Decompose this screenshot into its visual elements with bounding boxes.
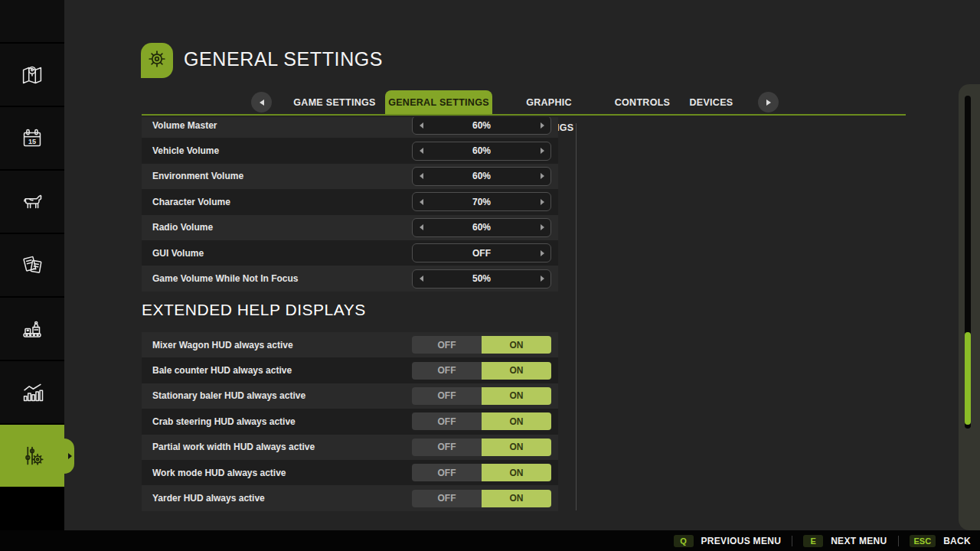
sidebar-item-calendar[interactable]: 15 [0, 107, 64, 171]
key-q-badge: Q [674, 535, 694, 547]
toggle-off-option[interactable]: OFF [412, 362, 482, 380]
toggle-off-option[interactable]: OFF [412, 387, 482, 405]
sidebar-item-settings[interactable] [0, 425, 64, 488]
vehicle-volume-stepper[interactable]: 60% [412, 142, 551, 161]
sidebar-item-statistics[interactable] [0, 361, 64, 425]
toggle-off-option[interactable]: OFF [412, 439, 482, 456]
tab-game-settings[interactable]: GAME SETTINGS [291, 90, 378, 116]
mixer-wagon-hud-toggle[interactable]: OFF ON [412, 336, 551, 354]
setting-label: Radio Volume [142, 222, 412, 233]
setting-label: GUI Volume [142, 248, 412, 259]
stationary-baler-hud-toggle[interactable]: OFF ON [412, 387, 551, 405]
setting-label: Volume Master [142, 120, 412, 131]
toggle-off-option[interactable]: OFF [412, 490, 482, 507]
toggle-off-option[interactable]: OFF [412, 412, 482, 430]
toggle-off-option[interactable]: OFF [412, 464, 482, 481]
setting-row-volume-master: Volume Master 60% [142, 117, 558, 138]
shortcut-label: BACK [943, 536, 971, 546]
stepper-left-arrow-icon[interactable] [413, 276, 430, 282]
setting-label: Work mode HUD always active [142, 468, 412, 478]
gui-volume-stepper[interactable]: OFF [412, 243, 551, 262]
map-icon [18, 60, 47, 90]
setting-label: Game Volume While Not In Focus [142, 273, 412, 284]
stepper-right-arrow-icon[interactable] [534, 148, 550, 154]
shortcut-previous-menu[interactable]: Q PREVIOUS MENU [674, 535, 782, 547]
svg-text:15: 15 [28, 138, 36, 145]
character-volume-stepper[interactable]: 70% [412, 192, 551, 211]
toggle-off-option[interactable]: OFF [412, 336, 482, 354]
tabs-prev-button[interactable] [251, 92, 272, 112]
work-mode-hud-toggle[interactable]: OFF ON [412, 464, 551, 481]
shortcut-next-menu[interactable]: E NEXT MENU [803, 535, 887, 547]
stepper-value: 50% [430, 273, 534, 284]
scrollbar-thumb[interactable] [965, 332, 971, 425]
bale-counter-hud-toggle[interactable]: OFF ON [412, 362, 551, 380]
setting-row-gui-volume: GUI Volume OFF [142, 240, 558, 266]
toggle-on-option[interactable]: ON [482, 362, 551, 380]
setting-row-radio-volume: Radio Volume 60% [142, 215, 558, 240]
animals-icon [18, 187, 47, 217]
tab-controls[interactable]: CONTROLS [613, 90, 671, 116]
setting-row-yarder-hud: Yarder HUD always active OFF ON [142, 485, 558, 510]
tabs-next-button[interactable] [758, 92, 779, 112]
gear-icon [145, 47, 168, 73]
partial-work-width-hud-toggle[interactable]: OFF ON [412, 439, 551, 456]
stepper-right-arrow-icon[interactable] [534, 122, 550, 129]
setting-row-character-volume: Character Volume 70% [142, 189, 558, 214]
tab-underline [142, 114, 906, 116]
chevron-right-icon [766, 99, 771, 106]
contracts-icon [18, 251, 47, 280]
tab-graphic-settings[interactable]: GRAPHIC SETTINGS [503, 90, 595, 116]
stepper-value: 60% [430, 145, 534, 156]
stepper-right-arrow-icon[interactable] [534, 276, 550, 282]
stepper-right-arrow-icon[interactable] [534, 250, 550, 256]
sidebar-item-animals[interactable] [0, 171, 64, 234]
sidebar-item-contracts[interactable] [0, 234, 64, 298]
sidebar: 15 [0, 0, 64, 551]
statistics-icon [18, 378, 47, 407]
separator [898, 536, 899, 546]
volume-master-stepper[interactable]: 60% [412, 117, 551, 135]
stepper-right-arrow-icon[interactable] [534, 224, 550, 230]
stepper-value: 60% [430, 120, 534, 131]
sidebar-item-production[interactable] [0, 298, 64, 361]
toggle-on-option[interactable]: ON [482, 387, 551, 405]
settings-icon [18, 442, 47, 471]
stepper-right-arrow-icon[interactable] [534, 173, 550, 179]
toggle-on-option[interactable]: ON [482, 412, 551, 430]
setting-label: Mixer Wagon HUD always active [142, 340, 412, 350]
stepper-left-arrow-icon[interactable] [413, 148, 430, 154]
stepper-right-arrow-icon[interactable] [534, 199, 550, 205]
shortcut-label: PREVIOUS MENU [701, 536, 782, 546]
setting-label: Bale counter HUD always active [142, 365, 412, 376]
toggle-on-option[interactable]: ON [482, 439, 551, 456]
environment-volume-stepper[interactable]: 60% [412, 167, 551, 186]
radio-volume-stepper[interactable]: 60% [412, 218, 551, 237]
tab-bar: GAME SETTINGS GENERAL SETTINGS GRAPHIC S… [0, 90, 980, 116]
production-icon [18, 315, 47, 344]
stepper-left-arrow-icon[interactable] [413, 199, 430, 205]
setting-row-mixer-wagon-hud: Mixer Wagon HUD always active OFF ON [142, 332, 558, 357]
toggle-on-option[interactable]: ON [482, 336, 551, 354]
toggle-on-option[interactable]: ON [482, 490, 551, 507]
stepper-left-arrow-icon[interactable] [413, 173, 430, 179]
tab-devices[interactable]: DEVICES [688, 90, 734, 116]
page-title: GENERAL SETTINGS [184, 48, 383, 70]
volume-settings-list: Volume Master 60% Vehicle Volume 60% Env… [142, 117, 558, 292]
toggle-on-option[interactable]: ON [482, 464, 551, 481]
key-esc-badge: ESC [910, 535, 936, 547]
setting-label: Yarder HUD always active [142, 493, 412, 504]
tab-general-settings[interactable]: GENERAL SETTINGS [385, 90, 492, 116]
setting-row-stationary-baler-hud: Stationary baler HUD always active OFF O… [142, 383, 558, 409]
extended-help-list: Mixer Wagon HUD always active OFF ON Bal… [142, 332, 558, 511]
chevron-left-icon [260, 99, 264, 106]
crab-steering-hud-toggle[interactable]: OFF ON [412, 412, 551, 430]
yarder-hud-toggle[interactable]: OFF ON [412, 490, 551, 507]
stepper-left-arrow-icon[interactable] [413, 122, 430, 129]
stepper-left-arrow-icon[interactable] [413, 224, 430, 230]
setting-label: Partial work width HUD always active [142, 442, 412, 452]
setting-label: Crab steering HUD always active [142, 416, 412, 427]
shortcut-back[interactable]: ESC BACK [910, 535, 972, 547]
game-volume-not-in-focus-stepper[interactable]: 50% [412, 269, 551, 289]
stepper-value: 60% [430, 171, 534, 181]
